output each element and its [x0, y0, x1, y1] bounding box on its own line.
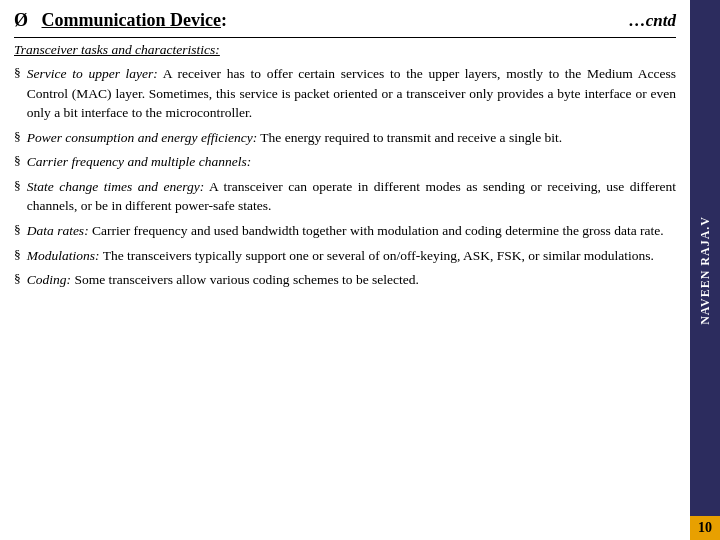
bullet-label-7: Coding:: [27, 272, 71, 287]
title-colon: :: [221, 10, 227, 30]
bullet-label-4: State change times and energy:: [27, 179, 204, 194]
bullet-text-2: Power consumption and energy efficiency:…: [27, 128, 562, 148]
bullet-symbol-5: §: [14, 222, 21, 238]
bullet-power: § Power consumption and energy efficienc…: [14, 128, 676, 148]
bullet-text-3: Carrier frequency and multiple channels:: [27, 152, 251, 172]
bullet-service: § Service to upper layer: A receiver has…: [14, 64, 676, 123]
bullet-symbol-4: §: [14, 178, 21, 194]
bullet-text-1: Service to upper layer: A receiver has t…: [27, 64, 676, 123]
bullet-body-7: Some transceivers allow various coding s…: [71, 272, 419, 287]
bullet-body-6: The transceivers typically support one o…: [100, 248, 654, 263]
bullet-symbol-2: §: [14, 129, 21, 145]
header-title: Ø Communication Device:: [14, 10, 227, 31]
bullet-symbol-1: §: [14, 65, 21, 81]
bullet-text-5: Data rates: Carrier frequency and used b…: [27, 221, 664, 241]
bullet-modulations: § Modulations: The transceivers typicall…: [14, 246, 676, 266]
bullet-coding: § Coding: Some transceivers allow variou…: [14, 270, 676, 290]
page-number: 10: [698, 520, 712, 535]
header-row: Ø Communication Device: …cntd: [14, 10, 676, 31]
bullet-text-6: Modulations: The transceivers typically …: [27, 246, 654, 266]
bullet-symbol-6: §: [14, 247, 21, 263]
bullet-label-5: Data rates:: [27, 223, 89, 238]
sidebar-author-text: NAVEEN RAJA.V: [698, 216, 713, 325]
main-container: Ø Communication Device: …cntd Transceive…: [0, 0, 720, 540]
bullet-label-2: Power consumption and energy efficiency:: [27, 130, 257, 145]
bullet-text-4: State change times and energy: A transce…: [27, 177, 676, 216]
bullet-body-5: Carrier frequency and used bandwidth tog…: [89, 223, 664, 238]
right-sidebar: NAVEEN RAJA.V 10: [690, 0, 720, 540]
bullet-symbol-7: §: [14, 271, 21, 287]
bullet-carrier: § Carrier frequency and multiple channel…: [14, 152, 676, 172]
bullet-label-1: Service to upper layer:: [27, 66, 158, 81]
arrow-symbol: Ø: [14, 10, 28, 30]
content-area: Ø Communication Device: …cntd Transceive…: [0, 0, 690, 540]
section-title: Transceiver tasks and characteristics:: [14, 42, 676, 58]
bullet-label-3: Carrier frequency and multiple channels:: [27, 154, 251, 169]
title-underlined: Communication Device: [42, 10, 221, 30]
bullet-datarates: § Data rates: Carrier frequency and used…: [14, 221, 676, 241]
header-cntd: …cntd: [629, 11, 676, 31]
page-number-box: 10: [690, 516, 720, 540]
bullet-body-2: The energy required to transmit and rece…: [257, 130, 562, 145]
bullet-symbol-3: §: [14, 153, 21, 169]
bullet-state: § State change times and energy: A trans…: [14, 177, 676, 216]
bullet-label-6: Modulations:: [27, 248, 100, 263]
header-divider: [14, 37, 676, 38]
bullet-text-7: Coding: Some transceivers allow various …: [27, 270, 419, 290]
